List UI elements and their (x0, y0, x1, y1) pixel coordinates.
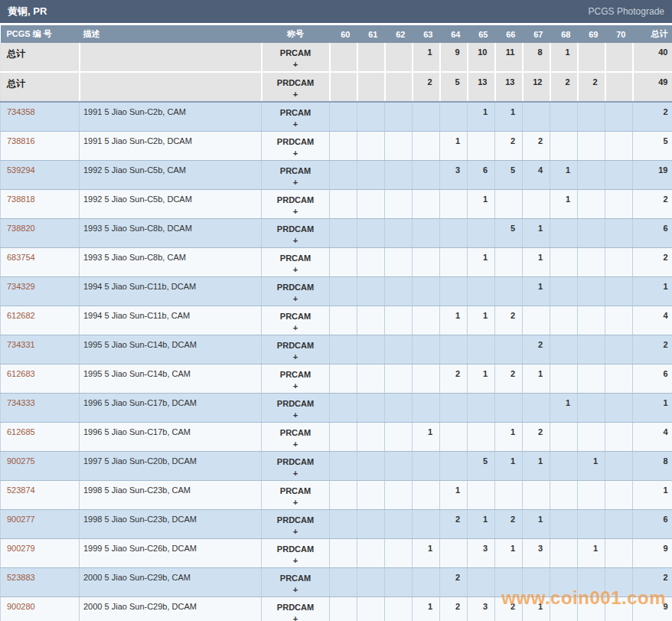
grade-cell-65 (468, 335, 495, 364)
grade-cell-64 (440, 394, 468, 423)
summary-label: 总计 (1, 72, 80, 102)
pcgs-number-link[interactable]: 738820 (1, 219, 80, 248)
grade-cell-64: 3 (440, 161, 468, 190)
total-cell: 6 (633, 219, 672, 248)
col-header-grade-61: 61 (357, 25, 385, 43)
grade-cell-67 (523, 481, 550, 510)
grade-cell-68 (550, 510, 578, 539)
pcgs-number-link[interactable]: 612685 (1, 423, 80, 452)
grade-cell-63 (413, 364, 440, 394)
grade-cell-63 (413, 452, 440, 481)
grade-cell-68 (550, 481, 578, 510)
grade-cell-64: 2 (440, 597, 468, 621)
grade-cell-65 (468, 219, 495, 248)
population-table: PCGS 编 号 描述 称号 6061626364656667686970总计 … (0, 25, 672, 621)
grade-cell-63: 1 (413, 423, 440, 452)
designation-plus: + (263, 351, 328, 363)
photograde-link[interactable]: PCGS Photograde (589, 6, 664, 17)
pcgs-number-link[interactable]: 734333 (1, 394, 80, 423)
designation-plus: + (263, 584, 328, 596)
grade-cell-60 (330, 277, 357, 306)
grade-cell-66: 1 (495, 539, 523, 568)
designation-cell: PRCAM+ (262, 481, 330, 510)
grade-cell-65 (468, 568, 495, 597)
designation-label: PRDCAM (263, 77, 328, 89)
col-header-total: 总计 (633, 25, 672, 43)
designation-plus: + (263, 555, 328, 567)
designation-plus: + (263, 468, 328, 479)
grade-cell-63 (413, 568, 440, 597)
grade-cell-70 (605, 102, 633, 132)
pcgs-number-link[interactable]: 612682 (1, 306, 80, 335)
pcgs-number-link[interactable]: 523874 (1, 481, 80, 510)
pcgs-number-link[interactable]: 612683 (1, 364, 80, 394)
total-cell: 4 (633, 306, 672, 335)
designation-cell: PRDCAM+ (262, 394, 330, 423)
designation-cell: PRDCAM+ (262, 539, 330, 568)
grade-cell-69 (578, 277, 605, 306)
description-cell: 1996 5 Jiao Sun-C17b, CAM (80, 423, 262, 452)
grade-cell-62 (385, 452, 413, 481)
grade-cell-68 (550, 423, 578, 452)
grade-cell-60 (330, 72, 357, 102)
grade-cell-60 (330, 364, 357, 394)
grade-cell-62 (385, 335, 413, 364)
designation-plus: + (263, 497, 328, 508)
designation-label: PRCAM (263, 253, 328, 264)
table-row: 6126821994 5 Jiao Sun-C11b, CAMPRCAM+112… (1, 306, 672, 335)
table-row: 6837541993 5 Jiao Sun-C8b, CAMPRCAM+112 (1, 248, 672, 277)
designation-cell: PRDCAM+ (262, 190, 330, 219)
grade-cell-63: 1 (413, 597, 440, 621)
col-header-grade-67: 67 (523, 25, 550, 43)
pcgs-number-link[interactable]: 523883 (1, 568, 80, 597)
designation-cell: PRDCAM+ (262, 452, 330, 481)
grade-cell-63 (413, 481, 440, 510)
pcgs-number-link[interactable]: 738816 (1, 132, 80, 161)
pcgs-number-link[interactable]: 683754 (1, 248, 80, 277)
grade-cell-69 (578, 306, 605, 335)
grade-cell-67: 1 (523, 452, 550, 481)
grade-cell-66: 1 (495, 423, 523, 452)
grade-cell-64 (440, 219, 468, 248)
grade-cell-66: 2 (495, 132, 523, 161)
grade-cell-68 (550, 568, 578, 597)
grade-cell-68 (550, 306, 578, 335)
description-cell: 1998 5 Jiao Sun-C23b, CAM (80, 481, 262, 510)
grade-cell-66: 2 (495, 364, 523, 394)
designation-cell: PRCAM+ (262, 161, 330, 190)
col-header-grade-64: 64 (440, 25, 468, 43)
pcgs-number-link[interactable]: 734331 (1, 335, 80, 364)
description-cell (80, 43, 262, 72)
grade-cell-61 (357, 510, 385, 539)
designation-cell: PRCAM+ (262, 306, 330, 335)
description-cell: 1992 5 Jiao Sun-C5b, DCAM (80, 190, 262, 219)
pcgs-number-link[interactable]: 734358 (1, 102, 80, 132)
designation-label: PRDCAM (263, 136, 328, 148)
grade-cell-68 (550, 132, 578, 161)
description-cell: 1991 5 Jiao Sun-C2b, DCAM (80, 132, 262, 161)
pcgs-number-link[interactable]: 734329 (1, 277, 80, 306)
designation-plus: + (263, 293, 328, 305)
grade-cell-63 (413, 190, 440, 219)
grade-cell-67 (523, 306, 550, 335)
grade-cell-68 (550, 248, 578, 277)
designation-cell: PRDCAM+ (262, 335, 330, 364)
designation-label: PRDCAM (263, 194, 328, 206)
grade-cell-69: 2 (578, 72, 605, 102)
designation-label: PRDCAM (263, 515, 328, 526)
pcgs-number-link[interactable]: 738818 (1, 190, 80, 219)
table-row: 7343581991 5 Jiao Sun-C2b, CAMPRCAM+112 (1, 102, 672, 132)
pcgs-number-link[interactable]: 900275 (1, 452, 80, 481)
grade-cell-63: 1 (413, 539, 440, 568)
table-row: 5238741998 5 Jiao Sun-C23b, CAMPRCAM+11 (1, 481, 672, 510)
pcgs-number-link[interactable]: 900279 (1, 539, 80, 568)
grade-cell-61 (357, 219, 385, 248)
pcgs-number-link[interactable]: 900280 (1, 597, 80, 621)
pcgs-number-link[interactable]: 539294 (1, 161, 80, 190)
grade-cell-69 (578, 335, 605, 364)
pcgs-number-link[interactable]: 900277 (1, 510, 80, 539)
grade-cell-67: 2 (523, 132, 550, 161)
table-row: 7343291994 5 Jiao Sun-C11b, DCAMPRDCAM+1… (1, 277, 672, 306)
grade-cell-66: 5 (495, 161, 523, 190)
grade-cell-65: 5 (468, 452, 495, 481)
